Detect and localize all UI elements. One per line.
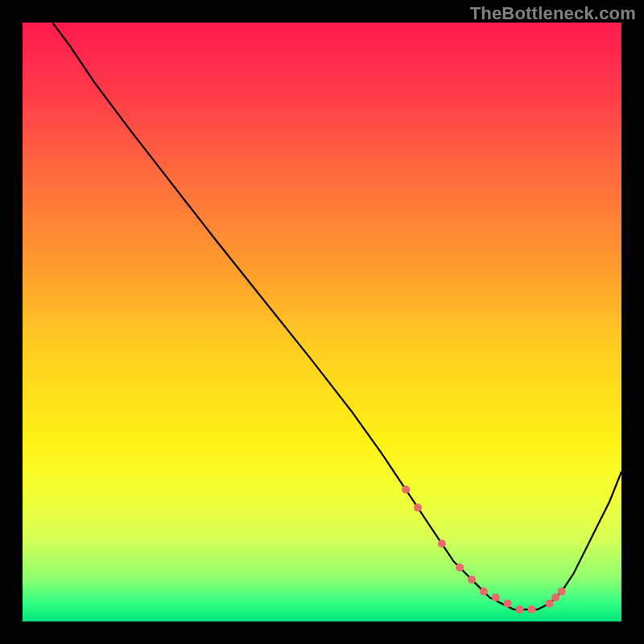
data-point	[546, 600, 554, 608]
data-point	[456, 564, 464, 572]
data-point	[414, 504, 422, 512]
watermark-text: TheBottleneck.com	[470, 3, 636, 24]
gradient-background	[23, 23, 621, 621]
data-point	[558, 588, 566, 596]
data-point	[438, 539, 446, 547]
data-point	[551, 593, 559, 601]
chart-svg	[23, 23, 621, 621]
data-point	[492, 593, 500, 601]
chart-frame: TheBottleneck.com	[0, 0, 644, 644]
data-point	[504, 600, 512, 608]
data-point	[516, 605, 524, 613]
data-point	[402, 485, 410, 493]
data-point	[527, 605, 535, 613]
data-point	[480, 588, 488, 596]
data-point	[468, 576, 476, 584]
plot-area	[23, 23, 621, 621]
